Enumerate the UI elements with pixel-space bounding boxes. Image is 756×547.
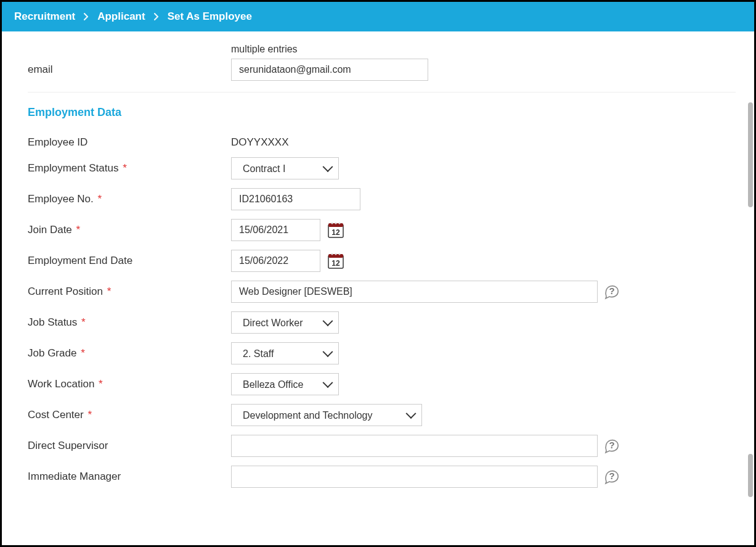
label-work-location: Work Location *	[28, 378, 231, 390]
required-marker: *	[87, 409, 92, 421]
label-job-status: Job Status *	[28, 316, 231, 329]
employment-status-select[interactable]: Contract I	[231, 157, 339, 179]
svg-point-4	[339, 223, 341, 224]
label-employment-end-date: Employment End Date	[28, 255, 231, 267]
section-divider	[28, 92, 736, 93]
svg-text:?: ?	[609, 286, 614, 296]
job-grade-select[interactable]: 2. Staff	[231, 342, 339, 364]
employment-end-date-input[interactable]	[231, 250, 320, 272]
row-email: email	[28, 59, 736, 81]
label-email: email	[28, 64, 231, 76]
svg-text:?: ?	[609, 440, 614, 450]
form-content: multiple entries email Employment Data E…	[2, 31, 754, 545]
cost-center-select-wrap: Development and Technology	[231, 404, 422, 426]
required-marker: *	[123, 162, 127, 174]
scrollbar-thumb[interactable]	[748, 102, 753, 207]
work-location-select[interactable]: Belleza Office	[231, 373, 339, 395]
scrollbar-thumb[interactable]	[748, 454, 753, 497]
help-icon[interactable]: ?	[604, 438, 620, 454]
help-icon[interactable]: ?	[604, 284, 620, 300]
svg-point-9	[335, 253, 337, 255]
label-immediate-manager: Immediate Manager	[28, 471, 231, 483]
email-input[interactable]	[231, 59, 428, 81]
row-join-date: Join Date * 12	[28, 219, 736, 241]
employee-no-input[interactable]	[231, 188, 360, 210]
row-work-location: Work Location * Belleza Office	[28, 373, 736, 395]
row-employee-id: Employee ID DOYYXXXX	[28, 136, 736, 149]
email-hint: multiple entries	[231, 44, 736, 55]
svg-point-3	[335, 223, 337, 224]
row-current-position: Current Position * ?	[28, 281, 736, 303]
scrollbar[interactable]	[746, 31, 754, 545]
label-direct-supervisor: Direct Supervisor	[28, 440, 231, 452]
immediate-manager-input[interactable]	[231, 466, 598, 488]
row-direct-supervisor: Direct Supervisor ?	[28, 435, 736, 457]
breadcrumb-recruitment[interactable]: Recruitment	[14, 10, 75, 23]
label-join-date: Join Date *	[28, 224, 231, 236]
required-marker: *	[99, 378, 103, 390]
direct-supervisor-input[interactable]	[231, 435, 598, 457]
breadcrumb: Recruitment Applicant Set As Employee	[2, 2, 754, 31]
row-cost-center: Cost Center * Development and Technology	[28, 404, 736, 426]
svg-point-8	[331, 253, 333, 255]
join-date-input[interactable]	[231, 219, 320, 241]
row-job-status: Job Status * Direct Worker	[28, 311, 736, 334]
calendar-icon[interactable]: 12	[327, 221, 345, 239]
help-icon[interactable]: ?	[604, 469, 620, 485]
work-location-select-wrap: Belleza Office	[231, 373, 339, 395]
required-marker: *	[98, 193, 102, 205]
svg-text:12: 12	[331, 259, 340, 268]
label-current-position: Current Position *	[28, 286, 231, 298]
label-employee-no: Employee No. *	[28, 193, 231, 205]
job-grade-select-wrap: 2. Staff	[231, 342, 339, 364]
svg-point-10	[339, 253, 341, 255]
app-frame: Recruitment Applicant Set As Employee mu…	[0, 0, 756, 547]
row-job-grade: Job Grade * 2. Staff	[28, 342, 736, 364]
chevron-right-icon	[154, 12, 159, 22]
required-marker: *	[76, 224, 81, 236]
required-marker: *	[81, 316, 86, 328]
current-position-input[interactable]	[231, 281, 598, 303]
job-status-select-wrap: Direct Worker	[231, 311, 339, 334]
breadcrumb-set-as-employee[interactable]: Set As Employee	[168, 10, 252, 23]
breadcrumb-applicant[interactable]: Applicant	[97, 10, 145, 23]
label-employee-id: Employee ID	[28, 136, 231, 149]
chevron-right-icon	[84, 12, 89, 22]
calendar-icon[interactable]: 12	[327, 252, 345, 270]
row-employment-status: Employment Status * Contract I	[28, 157, 736, 179]
svg-point-2	[331, 223, 333, 224]
value-employee-id: DOYYXXXX	[231, 136, 289, 149]
row-employee-no: Employee No. *	[28, 188, 736, 210]
job-status-select[interactable]: Direct Worker	[231, 311, 339, 334]
label-employment-status: Employment Status *	[28, 162, 231, 175]
employment-status-select-wrap: Contract I	[231, 157, 339, 179]
cost-center-select[interactable]: Development and Technology	[231, 404, 422, 426]
row-employment-end-date: Employment End Date 12	[28, 250, 736, 272]
label-cost-center: Cost Center *	[28, 409, 231, 421]
row-immediate-manager: Immediate Manager ?	[28, 466, 736, 488]
required-marker: *	[81, 347, 85, 359]
section-title-employment-data: Employment Data	[28, 106, 736, 119]
label-job-grade: Job Grade *	[28, 347, 231, 360]
svg-text:12: 12	[331, 228, 340, 237]
required-marker: *	[107, 286, 112, 297]
svg-text:?: ?	[609, 471, 614, 481]
